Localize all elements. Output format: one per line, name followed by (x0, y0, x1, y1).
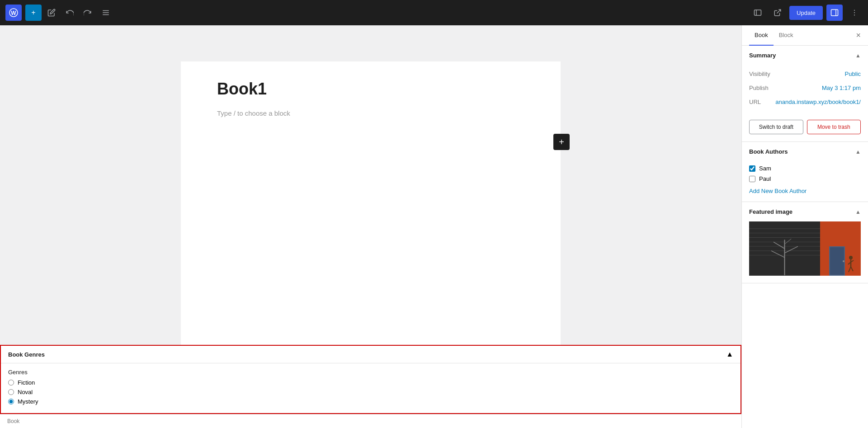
summary-section: Summary ▲ Visibility Public Publish May … (742, 46, 868, 142)
action-buttons: Switch to draft Move to trash (742, 120, 868, 141)
genre-mystery-radio[interactable] (8, 399, 14, 404)
redo-button[interactable] (80, 5, 96, 21)
editor-canvas: Book1 Type / to choose a block + (0, 25, 741, 345)
featured-image-right (820, 221, 861, 276)
move-to-trash-button[interactable]: Move to trash (807, 120, 861, 134)
author-sam: Sam (749, 163, 861, 174)
publish-value[interactable]: May 3 1:17 pm (822, 85, 861, 91)
switch-to-draft-button[interactable]: Switch to draft (749, 120, 803, 134)
svg-rect-8 (831, 9, 838, 16)
tab-block[interactable]: Block (774, 25, 799, 46)
svg-rect-28 (830, 247, 844, 275)
genre-noval-radio[interactable] (8, 389, 14, 395)
genre-mystery[interactable]: Mystery (8, 398, 733, 405)
add-new-book-author-link[interactable]: Add New Book Author (749, 188, 861, 194)
author-paul-label: Paul (759, 175, 771, 182)
edit-button[interactable] (43, 5, 60, 21)
url-label: URL (749, 99, 761, 105)
genre-mystery-label: Mystery (18, 398, 38, 405)
summary-toggle-icon: ▲ (855, 52, 861, 59)
svg-point-30 (849, 256, 853, 259)
book-genres-panel: Book Genres ▲ Genres Fiction Noval Myste… (0, 345, 741, 414)
sidebar-close-button[interactable]: × (856, 31, 861, 39)
svg-point-29 (843, 260, 844, 262)
book-genres-toggle-icon: ▲ (726, 350, 733, 358)
editor-area: Book1 Type / to choose a block + Book Ge… (0, 25, 741, 428)
featured-image-left (749, 221, 820, 276)
update-button[interactable]: Update (789, 6, 823, 20)
summary-section-header[interactable]: Summary ▲ (742, 46, 868, 65)
url-row: URL ananda.instawp.xyz/book/book1/ (749, 95, 861, 109)
url-value[interactable]: ananda.instawp.xyz/book/book1/ (775, 99, 861, 105)
editor-content: Book1 Type / to choose a block + (181, 61, 561, 345)
featured-image-header[interactable]: Featured image ▲ (742, 202, 868, 221)
sidebar-tabs: Book Block × (742, 25, 868, 46)
sidebar: Book Block × Summary ▲ Visibility Public… (741, 25, 868, 428)
author-paul-checkbox[interactable] (749, 176, 755, 182)
genre-fiction[interactable]: Fiction (8, 379, 733, 386)
svg-text:W: W (11, 10, 16, 16)
undo-button[interactable] (61, 5, 78, 21)
book-authors-title: Book Authors (749, 148, 788, 155)
summary-body: Visibility Public Publish May 3 1:17 pm … (742, 65, 868, 116)
genre-fiction-label: Fiction (18, 379, 35, 386)
inline-add-block-button[interactable]: + (553, 134, 570, 150)
author-paul: Paul (749, 174, 861, 184)
summary-title: Summary (749, 52, 776, 59)
svg-point-12 (854, 14, 855, 15)
book-authors-header[interactable]: Book Authors ▲ (742, 142, 868, 161)
book-authors-section: Book Authors ▲ Sam Paul Add New Book Aut… (742, 142, 868, 202)
genres-label: Genres (8, 369, 733, 376)
visibility-value[interactable]: Public (845, 71, 861, 77)
featured-image-preview[interactable] (749, 221, 861, 276)
list-view-button[interactable] (98, 5, 114, 21)
svg-line-7 (777, 9, 781, 13)
book-genres-header[interactable]: Book Genres ▲ (1, 346, 741, 363)
genre-noval[interactable]: Noval (8, 389, 733, 395)
book-authors-toggle-icon: ▲ (855, 149, 861, 155)
featured-image-body (742, 221, 868, 283)
publish-row: Publish May 3 1:17 pm (749, 81, 861, 95)
tab-post[interactable]: Book (749, 25, 774, 46)
wp-logo: W (5, 5, 22, 21)
author-sam-checkbox[interactable] (749, 165, 755, 172)
more-options-button[interactable] (846, 5, 863, 21)
featured-image-section: Featured image ▲ (742, 202, 868, 283)
toolbar-right: Update (750, 5, 863, 21)
visibility-label: Visibility (749, 71, 770, 77)
post-title[interactable]: Book1 (217, 80, 524, 99)
book-genres-body: Genres Fiction Noval Mystery (1, 363, 741, 413)
post-status-bar: Book (0, 414, 741, 428)
toolbar: W + Upda (0, 0, 868, 25)
main-layout: Book1 Type / to choose a block + Book Ge… (0, 25, 868, 428)
svg-point-11 (854, 12, 855, 13)
view-post-button[interactable] (769, 5, 786, 21)
block-placeholder: Type / to choose a block (217, 109, 524, 117)
featured-image-toggle-icon: ▲ (855, 209, 861, 215)
preview-button[interactable] (750, 5, 766, 21)
genre-fiction-radio[interactable] (8, 380, 14, 386)
svg-rect-5 (755, 10, 761, 15)
publish-label: Publish (749, 85, 769, 91)
book-authors-body: Sam Paul Add New Book Author (742, 161, 868, 202)
featured-image-title: Featured image (749, 208, 793, 215)
svg-point-10 (854, 10, 855, 11)
sidebar-toggle-button[interactable] (826, 5, 843, 21)
genre-noval-label: Noval (18, 389, 33, 395)
visibility-row: Visibility Public (749, 67, 861, 81)
add-block-button[interactable]: + (25, 5, 42, 21)
book-genres-title: Book Genres (8, 351, 45, 358)
author-sam-label: Sam (759, 165, 771, 172)
